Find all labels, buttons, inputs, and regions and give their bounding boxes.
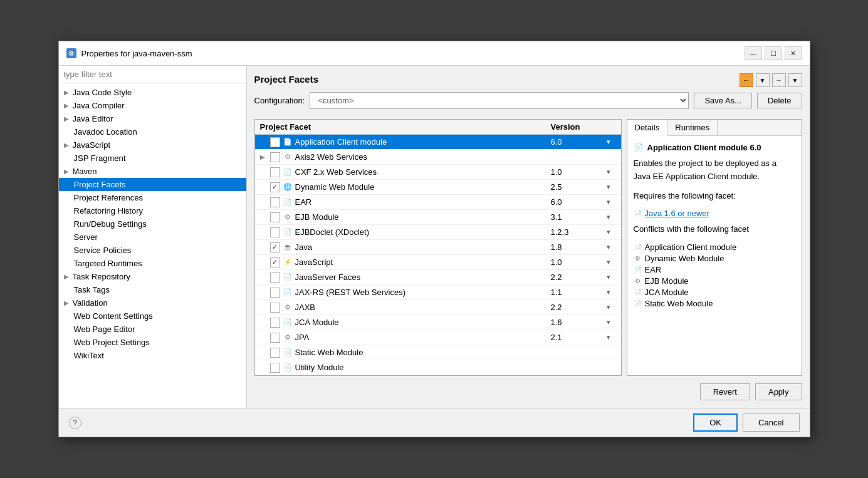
facet-row[interactable]: 📄JavaServer Faces2.2▾ <box>255 270 621 285</box>
facet-checkbox[interactable] <box>270 288 280 298</box>
sidebar-item-service-policies[interactable]: Service Policies <box>59 244 246 257</box>
facet-dropdown-icon[interactable]: ▾ <box>601 303 616 311</box>
facet-checkbox[interactable] <box>270 167 280 177</box>
cancel-button[interactable]: Cancel <box>743 413 799 432</box>
facet-version: 1.0 <box>551 167 601 177</box>
sidebar-item-server[interactable]: Server <box>59 231 246 244</box>
facet-checkbox[interactable] <box>270 333 280 343</box>
facet-dropdown-icon[interactable]: ▾ <box>601 228 616 236</box>
footer-buttons: OK Cancel <box>693 413 799 432</box>
save-as-button[interactable]: Save As... <box>694 93 752 108</box>
facet-checkbox[interactable]: ✓ <box>270 242 280 252</box>
sidebar-item-run-debug-settings[interactable]: Run/Debug Settings <box>59 217 246 231</box>
ok-button[interactable]: OK <box>693 413 738 432</box>
facet-checkbox[interactable] <box>270 227 280 237</box>
facet-name: Dynamic Web Module <box>295 182 551 192</box>
nav-more-button[interactable]: ▼ <box>788 73 802 87</box>
configuration-select[interactable]: <custom> <box>310 92 689 109</box>
facet-row[interactable]: 📄JAX-RS (REST Web Services)1.1▾ <box>255 285 621 300</box>
facet-row[interactable]: ⚙EJB Module3.1▾ <box>255 210 621 225</box>
sidebar-item-project-facets[interactable]: Project Facets <box>59 178 246 191</box>
sidebar-item-javascript[interactable]: ▶JavaScript <box>59 138 246 152</box>
maximize-button[interactable]: ☐ <box>765 46 782 60</box>
facet-dropdown-icon[interactable]: ▾ <box>601 333 616 341</box>
facet-checkbox[interactable] <box>270 303 280 313</box>
title-bar: ⚙ Properties for java-maven-ssm — ☐ ✕ <box>59 41 810 66</box>
sidebar-item-maven[interactable]: ▶Maven <box>59 165 246 178</box>
facet-dropdown-icon[interactable]: ▾ <box>601 288 616 296</box>
facet-checkbox[interactable] <box>270 152 280 162</box>
sidebar-item-web-project-settings[interactable]: Web Project Settings <box>59 336 246 349</box>
apply-button[interactable]: Apply <box>755 383 802 400</box>
sidebar-item-refactoring-history[interactable]: Refactoring History <box>59 204 246 217</box>
facet-checkbox[interactable] <box>270 363 280 373</box>
sidebar-item-targeted-runtimes[interactable]: Targeted Runtimes <box>59 257 246 270</box>
sidebar-item-javadoc-location[interactable]: Javadoc Location <box>59 125 246 138</box>
facet-checkbox[interactable] <box>270 273 280 283</box>
sidebar-item-java-editor[interactable]: ▶Java Editor <box>59 112 246 125</box>
facet-checkbox[interactable] <box>270 212 280 222</box>
details-tab-details[interactable]: Details <box>627 120 668 136</box>
conflict-text: Static Web Module <box>645 299 713 308</box>
nav-dropdown-button[interactable]: ▼ <box>756 73 770 87</box>
sidebar-item-label: JavaScript <box>73 140 111 150</box>
facet-row[interactable]: 📄Static Web Module <box>255 345 621 360</box>
facet-checkbox[interactable] <box>270 348 280 358</box>
facet-dropdown-icon[interactable]: ▾ <box>601 213 616 221</box>
facet-dropdown-icon[interactable]: ▾ <box>601 318 616 326</box>
facet-name: JCA Module <box>295 318 551 327</box>
facet-dropdown-icon[interactable]: ▾ <box>601 273 616 281</box>
facet-version: 1.2.3 <box>551 227 601 237</box>
facet-row[interactable]: ✓☕Java1.8▾ <box>255 240 621 255</box>
facet-row[interactable]: ⚙JPA2.1▾ <box>255 330 621 345</box>
help-button[interactable]: ? <box>69 417 81 429</box>
facet-row[interactable]: 📄Utility Module <box>255 360 621 375</box>
sidebar-item-jsp-fragment[interactable]: JSP Fragment <box>59 152 246 165</box>
facet-row[interactable]: 📄Application Client module6.0▾ <box>255 135 621 150</box>
sidebar-item-label: Java Editor <box>73 114 113 123</box>
facet-row[interactable]: ⚙JAXB2.2▾ <box>255 300 621 315</box>
facet-row[interactable]: ▶⚙Axis2 Web Services <box>255 150 621 165</box>
delete-button[interactable]: Delete <box>757 93 802 108</box>
facet-row[interactable]: 📄EJBDoclet (XDoclet)1.2.3▾ <box>255 225 621 240</box>
facet-name: JavaServer Faces <box>295 273 551 282</box>
minimize-button[interactable]: — <box>745 46 762 60</box>
sidebar-item-java-code-style[interactable]: ▶Java Code Style <box>59 86 246 99</box>
sidebar-item-label: JSP Fragment <box>74 153 126 163</box>
sidebar-item-task-repository[interactable]: ▶Task Repository <box>59 270 246 283</box>
facet-row[interactable]: ✓🌐Dynamic Web Module2.5▾ <box>255 180 621 195</box>
revert-button[interactable]: Revert <box>700 383 750 400</box>
sidebar-item-validation[interactable]: ▶Validation <box>59 296 246 309</box>
facet-type-icon: 📄 <box>283 197 293 207</box>
facet-row[interactable]: 📄JCA Module1.6▾ <box>255 315 621 330</box>
facet-row[interactable]: 📄EAR6.0▾ <box>255 195 621 210</box>
nav-forward-button[interactable]: → <box>772 73 786 87</box>
facet-dropdown-icon[interactable]: ▾ <box>601 198 616 206</box>
sidebar-item-web-content-settings[interactable]: Web Content Settings <box>59 309 246 323</box>
sidebar-item-project-references[interactable]: Project References <box>59 191 246 204</box>
facet-checkbox[interactable]: ✓ <box>270 182 280 192</box>
facet-checkbox[interactable] <box>270 197 280 207</box>
facet-checkbox[interactable] <box>270 318 280 328</box>
sidebar-item-task-tags[interactable]: Task Tags <box>59 283 246 296</box>
sidebar-item-web-page-editor[interactable]: Web Page Editor <box>59 323 246 336</box>
facet-type-icon: 📄 <box>283 137 293 147</box>
filter-input[interactable] <box>59 66 246 83</box>
facet-checkbox[interactable] <box>270 137 280 147</box>
nav-back-button[interactable]: ← <box>740 73 753 87</box>
facet-name: Static Web Module <box>295 348 551 357</box>
facet-dropdown-icon[interactable]: ▾ <box>601 168 616 176</box>
facet-row[interactable]: 📄CXF 2.x Web Services1.0▾ <box>255 165 621 180</box>
facet-dropdown-icon[interactable]: ▾ <box>601 258 616 266</box>
sidebar-item-wiki-text[interactable]: WikiText <box>59 349 246 362</box>
title-controls: — ☐ ✕ <box>745 46 802 60</box>
facet-checkbox[interactable]: ✓ <box>270 257 280 268</box>
details-tab-runtimes[interactable]: Runtimes <box>667 120 718 135</box>
close-button[interactable]: ✕ <box>785 46 802 60</box>
facet-dropdown-icon[interactable]: ▾ <box>601 243 616 251</box>
facet-dropdown-icon[interactable]: ▾ <box>601 183 616 191</box>
facet-row[interactable]: ✓⚡JavaScript1.0▾ <box>255 255 621 270</box>
sidebar-item-java-compiler[interactable]: ▶Java Compiler <box>59 99 246 112</box>
facet-dropdown-icon[interactable]: ▾ <box>601 138 616 146</box>
facet-name: Application Client module <box>295 137 551 147</box>
